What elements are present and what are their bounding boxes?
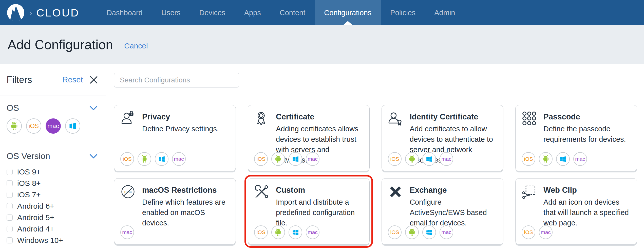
ios-badge: iOS	[388, 225, 402, 239]
filters-actions: Reset	[62, 75, 98, 84]
nav-item-policies[interactable]: Policies	[381, 0, 425, 25]
checkbox-android4[interactable]	[7, 226, 13, 232]
mobileiron-logo-icon	[7, 4, 24, 21]
ios-badge: iOS	[522, 152, 535, 166]
card-title: Exchange	[410, 185, 496, 195]
card-description: Add an icon on devices that will launch …	[543, 197, 630, 228]
mac-badge: mac	[306, 225, 319, 239]
platform-badges: iOS mac	[254, 152, 319, 166]
chevron-down-icon[interactable]	[89, 105, 98, 111]
ios-badge: iOS	[254, 152, 268, 166]
card-passcode[interactable]: Passcode Define the passcode requirement…	[515, 105, 637, 171]
filters-panel: Filters Reset OS iOS mac	[0, 64, 106, 249]
platform-badges: mac	[120, 225, 134, 239]
card-title: Certificate	[276, 112, 362, 121]
mac-badge: mac	[573, 152, 587, 166]
mac-badge: mac	[539, 225, 553, 239]
windows-icon	[158, 155, 165, 163]
os-version-filter-section: OS Version iOS 9+ iOS 8+ iOS 7+	[0, 151, 106, 246]
card-certificate[interactable]: Certificate Adding certificates allows d…	[248, 105, 370, 171]
privacy-user-lock-icon	[121, 111, 135, 126]
mac-badge: mac	[172, 152, 186, 166]
mac-badge: mac	[440, 225, 453, 239]
windows-badge	[422, 225, 436, 239]
os-filter-options: iOS mac	[7, 118, 99, 134]
android-icon	[274, 155, 282, 163]
card-title: Passcode	[543, 112, 630, 121]
close-filters-icon[interactable]	[89, 76, 98, 84]
windows-icon	[426, 229, 433, 236]
chevron-down-icon[interactable]	[89, 154, 98, 159]
android-badge	[271, 225, 285, 239]
ios-badge: iOS	[522, 225, 535, 239]
checkbox-ios7[interactable]	[7, 192, 13, 198]
windows-icon	[292, 229, 299, 236]
macos-restrictions-icon	[121, 185, 135, 199]
card-description: Configure ActiveSync/EWS based email for…	[410, 197, 496, 228]
nav-item-configurations[interactable]: Configurations	[315, 0, 381, 25]
page-title: Add Configuration	[8, 37, 113, 52]
android-icon	[408, 155, 416, 163]
windows-badge	[422, 152, 436, 166]
windows-icon	[559, 155, 567, 163]
os-version-list: iOS 9+ iOS 8+ iOS 7+ Android 6+ Android …	[7, 166, 99, 246]
os-filter-android[interactable]	[7, 118, 22, 134]
ios-badge: iOS	[120, 152, 134, 166]
os-version-row-ios8: iOS 8+	[7, 177, 99, 189]
card-title: Privacy	[142, 112, 229, 121]
card-web-clip[interactable]: Web Clip Add an icon on devices that wil…	[515, 178, 637, 244]
os-filter-section: OS iOS mac	[0, 103, 106, 134]
checkbox-ios8[interactable]	[7, 180, 13, 186]
card-title: macOS Restrictions	[142, 185, 229, 195]
ios-badge: iOS	[254, 225, 268, 239]
certificate-rosette-icon	[255, 111, 269, 126]
os-filter-mac[interactable]: mac	[46, 118, 61, 134]
card-identity-certificate[interactable]: Identity Certificate Add certificates to…	[382, 105, 503, 171]
nav-item-users[interactable]: Users	[152, 0, 190, 25]
os-filter-windows[interactable]	[65, 118, 80, 134]
cancel-link[interactable]: Cancel	[124, 42, 148, 50]
card-privacy[interactable]: Privacy Define Privacy settings. iOS mac	[114, 105, 236, 171]
content: Filters Reset OS iOS mac	[0, 64, 644, 249]
mac-badge: mac	[120, 225, 134, 239]
configuration-grid: Privacy Define Privacy settings. iOS mac…	[114, 105, 644, 244]
web-clip-scissors-icon	[522, 185, 536, 199]
main-area: Privacy Define Privacy settings. iOS mac…	[106, 64, 644, 249]
os-version-row-windows10: Windows 10+	[7, 235, 99, 246]
nav-item-content[interactable]: Content	[270, 0, 315, 25]
card-description: Define the passcode requirements for dev…	[543, 124, 630, 145]
platform-badges: iOS mac	[522, 152, 587, 166]
card-title: Custom	[276, 185, 362, 195]
mac-badge: mac	[440, 152, 453, 166]
android-badge	[405, 225, 419, 239]
checkbox-android6[interactable]	[7, 203, 13, 209]
nav-item-devices[interactable]: Devices	[190, 0, 235, 25]
os-filter-ios[interactable]: iOS	[26, 118, 41, 134]
android-badge	[539, 152, 553, 166]
android-badge	[138, 152, 151, 166]
card-custom[interactable]: Custom Import and distribute a predefine…	[248, 178, 370, 244]
platform-badges: iOS mac	[388, 152, 453, 166]
nav-item-dashboard[interactable]: Dashboard	[97, 0, 152, 25]
reset-filters-link[interactable]: Reset	[62, 75, 83, 84]
nav-menu: Dashboard Users Devices Apps Content Con…	[97, 0, 465, 25]
product-name: CLOUD	[36, 7, 80, 19]
search-input[interactable]	[114, 73, 239, 87]
card-exchange[interactable]: Exchange Configure ActiveSync/EWS based …	[382, 178, 503, 244]
windows-badge	[289, 225, 302, 239]
filters-title: Filters	[7, 75, 32, 85]
custom-tools-icon	[255, 185, 269, 199]
checkbox-android5[interactable]	[7, 215, 13, 221]
exchange-icon	[388, 185, 403, 199]
android-icon	[408, 228, 416, 237]
os-version-row-ios7: iOS 7+	[7, 189, 99, 200]
brand: › CLOUD	[0, 0, 80, 25]
page-header: Add Configuration Cancel	[0, 25, 644, 64]
checkbox-windows10[interactable]	[7, 237, 13, 243]
android-icon	[141, 155, 148, 163]
card-macos-restrictions[interactable]: macOS Restrictions Define which features…	[114, 178, 236, 244]
nav-item-apps[interactable]: Apps	[235, 0, 270, 25]
os-version-row-android6: Android 6+	[7, 200, 99, 212]
checkbox-ios9[interactable]	[7, 169, 13, 175]
nav-item-admin[interactable]: Admin	[425, 0, 464, 25]
